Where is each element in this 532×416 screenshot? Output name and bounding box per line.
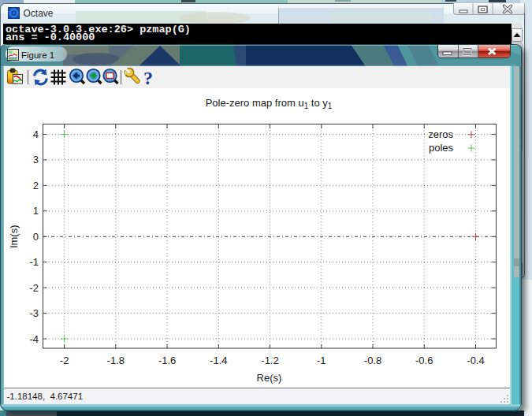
svg-text:?: ? — [143, 68, 153, 88]
svg-text:-0.6: -0.6 — [415, 355, 433, 366]
svg-text:-4: -4 — [29, 333, 39, 345]
svg-text:3: 3 — [33, 154, 39, 165]
svg-text:-1.6: -1.6 — [158, 355, 176, 366]
svg-text:-0.4: -0.4 — [467, 355, 484, 366]
svg-text:-2: -2 — [29, 282, 39, 294]
svg-text:Re(s): Re(s) — [257, 372, 282, 384]
svg-text:-0.8: -0.8 — [364, 355, 381, 366]
svg-text:-1.2: -1.2 — [261, 355, 278, 366]
svg-text:4: 4 — [33, 128, 39, 140]
svg-text:-1.4: -1.4 — [210, 355, 227, 366]
svg-text:-1: -1 — [317, 355, 326, 366]
svg-text:-3: -3 — [29, 307, 39, 319]
svg-text:1: 1 — [33, 205, 39, 217]
svg-text:zeros: zeros — [428, 128, 453, 140]
svg-text:-2: -2 — [60, 355, 69, 366]
svg-text:-1.8: -1.8 — [107, 355, 125, 366]
svg-text:Pole-zero map from u1 to y1: Pole-zero map from u1 to y1 — [206, 97, 333, 110]
svg-text:0: 0 — [33, 231, 39, 243]
svg-text:Im(s): Im(s) — [9, 225, 20, 248]
svg-text:poles: poles — [429, 142, 454, 154]
svg-text:2: 2 — [33, 180, 39, 191]
svg-text:-1: -1 — [29, 256, 39, 268]
